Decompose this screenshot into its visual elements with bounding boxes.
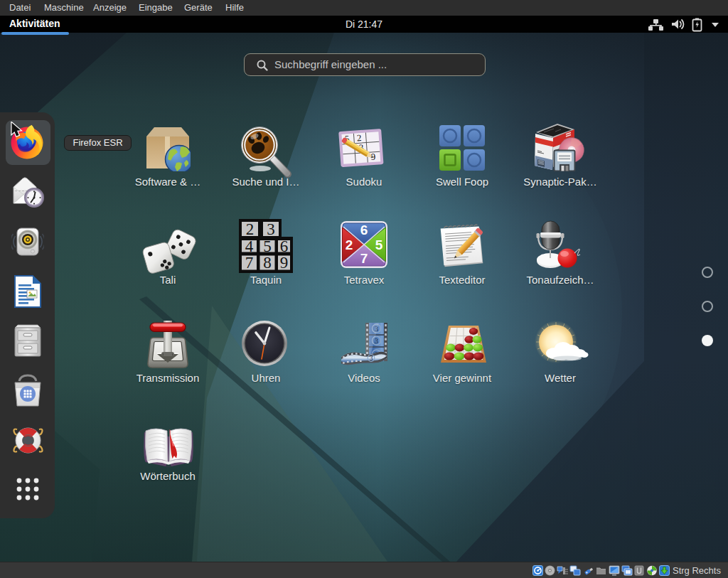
svg-text:6: 6	[360, 223, 368, 237]
svg-text:4: 4	[245, 237, 254, 255]
svg-text:6: 6	[280, 237, 289, 255]
svg-text:2: 2	[246, 220, 255, 238]
svg-text:3: 3	[375, 336, 379, 345]
svg-text:8: 8	[263, 254, 272, 272]
svg-text:7: 7	[360, 251, 368, 266]
svg-text:7: 7	[245, 254, 254, 272]
svg-text:5: 5	[263, 237, 272, 255]
svg-text:9: 9	[280, 254, 289, 272]
svg-text:5: 5	[375, 237, 383, 252]
svg-text:3: 3	[370, 355, 373, 362]
svg-text:2: 2	[346, 237, 353, 252]
svg-text:3: 3	[267, 220, 275, 238]
